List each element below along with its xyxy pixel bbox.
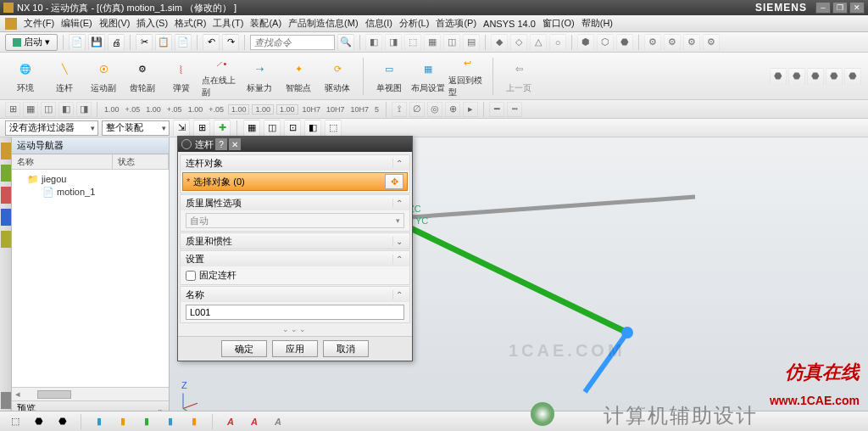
dialog-titlebar[interactable]: 连杆 ? ✕: [178, 137, 412, 152]
snap-icon[interactable]: ◫: [41, 102, 56, 117]
menu-edit[interactable]: 编辑(E): [58, 15, 96, 31]
filter-icon[interactable]: ◧: [304, 120, 321, 137]
sb-text-icon[interactable]: A: [222, 414, 239, 429]
menu-tools[interactable]: 工具(T): [209, 15, 247, 31]
section-settings[interactable]: 设置⌃: [181, 251, 409, 266]
select-objects-row[interactable]: * 选择对象 (0) ✥: [182, 172, 408, 191]
solid-icon[interactable]: ⬣: [807, 68, 824, 85]
rail-reuse-icon[interactable]: [1, 231, 11, 248]
menu-pmi[interactable]: 产品制造信息(M): [285, 15, 362, 31]
ribbon-layout[interactable]: ▦布局设置: [409, 54, 447, 98]
solid-icon[interactable]: ⬣: [788, 68, 805, 85]
tool-icon[interactable]: ◨: [385, 34, 402, 51]
filter-icon[interactable]: ⊡: [284, 120, 301, 137]
misc-icon[interactable]: ∅: [409, 102, 425, 117]
fixed-link-checkbox[interactable]: [186, 271, 196, 281]
search-icon[interactable]: 🔍: [337, 34, 354, 51]
section-select-objects[interactable]: 连杆对象⌃: [181, 155, 409, 171]
misc-icon[interactable]: ◎: [427, 102, 442, 117]
nav-tree[interactable]: 📁 jiegou 📄 motion_1: [12, 170, 169, 387]
ribbon-link[interactable]: ╲连杆: [46, 54, 83, 98]
undo-icon[interactable]: ↶: [203, 34, 220, 51]
sb-icon[interactable]: ▮: [114, 414, 131, 429]
sb-icon[interactable]: ▮: [162, 414, 179, 429]
tool-icon[interactable]: ⬡: [597, 34, 614, 51]
menu-help[interactable]: 帮助(H): [578, 15, 616, 31]
filter-icon[interactable]: ⊞: [193, 120, 210, 137]
sb-icon[interactable]: ⬚: [7, 414, 24, 429]
tool-icon[interactable]: ▤: [463, 34, 480, 51]
new-icon[interactable]: 📄: [69, 34, 86, 51]
save-icon[interactable]: 🖨: [108, 34, 125, 51]
nav-scrollbar[interactable]: ◂: [12, 387, 169, 400]
section-name[interactable]: 名称⌃: [181, 287, 409, 302]
filter-combo[interactable]: 没有选择过滤器: [5, 120, 98, 136]
minimize-button[interactable]: –: [815, 2, 831, 14]
rail-nav-icon[interactable]: [1, 143, 11, 160]
sb-icon[interactable]: ⬣: [54, 414, 71, 429]
rail-misc-icon[interactable]: [1, 392, 11, 409]
ribbon-driver[interactable]: ⟳驱动体: [319, 54, 356, 98]
tool-icon[interactable]: ◫: [443, 34, 460, 51]
ribbon-gear[interactable]: ⚙齿轮副: [124, 54, 161, 98]
ribbon-spring[interactable]: ⦚弹簧: [163, 54, 200, 98]
dialog-help-icon[interactable]: ?: [215, 138, 227, 150]
ribbon-smartpt[interactable]: ✦智能点: [280, 54, 317, 98]
tool-icon[interactable]: ○: [549, 34, 566, 51]
tool-icon[interactable]: ▦: [424, 34, 441, 51]
menu-insert[interactable]: 插入(S): [133, 15, 171, 31]
solid-icon[interactable]: ⬣: [826, 68, 843, 85]
tree-root[interactable]: 📁 jiegou: [17, 173, 164, 186]
menu-analysis[interactable]: 分析(L): [396, 15, 432, 31]
paste-icon[interactable]: 📄: [175, 34, 192, 51]
menu-info[interactable]: 信息(I): [362, 15, 396, 31]
start-button[interactable]: 启动 ▾: [5, 34, 58, 51]
tool-icon[interactable]: ⚙: [664, 34, 681, 51]
tool-icon[interactable]: ◇: [510, 34, 527, 51]
snap-icon[interactable]: ◧: [58, 102, 74, 117]
sb-text-icon[interactable]: A: [246, 414, 263, 429]
ribbon-prevpage[interactable]: ⇦上一页: [500, 54, 537, 98]
tool-icon[interactable]: ◆: [491, 34, 508, 51]
menu-ansys[interactable]: ANSYS 14.0: [480, 17, 539, 31]
maximize-button[interactable]: ❐: [832, 2, 848, 14]
copy-icon[interactable]: 📋: [155, 34, 172, 51]
tool-icon[interactable]: ⬢: [577, 34, 594, 51]
sb-text-icon[interactable]: A: [270, 414, 287, 429]
command-search-input[interactable]: [250, 35, 335, 50]
tool-icon[interactable]: ◧: [365, 34, 382, 51]
tool-icon[interactable]: ⚙: [683, 34, 700, 51]
rail-hist-icon[interactable]: [1, 209, 11, 226]
menu-assembly[interactable]: 装配(A): [247, 15, 285, 31]
pick-icon[interactable]: ✥: [385, 174, 403, 189]
apply-button[interactable]: 应用: [272, 340, 318, 357]
ribbon-env[interactable]: 🌐环境: [7, 54, 44, 98]
name-input[interactable]: [186, 305, 404, 320]
fixed-link-check[interactable]: 固定连杆: [181, 266, 409, 284]
ribbon-joint[interactable]: ⦿运动副: [85, 54, 122, 98]
menu-window[interactable]: 窗口(O): [539, 15, 578, 31]
filter-icon[interactable]: ▦: [243, 120, 260, 137]
ribbon-return[interactable]: ↩返回到模型: [448, 54, 486, 98]
menu-format[interactable]: 格式(R): [171, 15, 209, 31]
dialog-expand-toggle[interactable]: ⌄⌄⌄: [180, 324, 410, 334]
misc-icon[interactable]: ⟟: [392, 102, 407, 117]
scope-combo[interactable]: 整个装配: [102, 120, 170, 136]
tool-icon[interactable]: ⚙: [644, 34, 661, 51]
misc-icon[interactable]: ⊕: [445, 102, 460, 117]
snap-icon[interactable]: ▦: [23, 102, 38, 117]
rail-asm-icon[interactable]: [1, 187, 11, 204]
ok-button[interactable]: 确定: [221, 340, 267, 357]
misc-icon[interactable]: ┅: [507, 102, 522, 117]
tool-icon[interactable]: △: [530, 34, 547, 51]
misc-icon[interactable]: ━: [489, 102, 504, 117]
sb-icon[interactable]: ▮: [91, 414, 108, 429]
filter-icon[interactable]: ⇲: [173, 120, 190, 137]
misc-icon[interactable]: ▸: [463, 102, 478, 117]
solid-icon[interactable]: ⬣: [844, 68, 861, 85]
close-button[interactable]: ✕: [849, 2, 865, 14]
menu-file[interactable]: 文件(F): [20, 15, 58, 31]
redo-icon[interactable]: ↷: [222, 34, 239, 51]
filter-icon[interactable]: ✚: [214, 120, 231, 137]
app-menu-icon[interactable]: [5, 18, 17, 30]
